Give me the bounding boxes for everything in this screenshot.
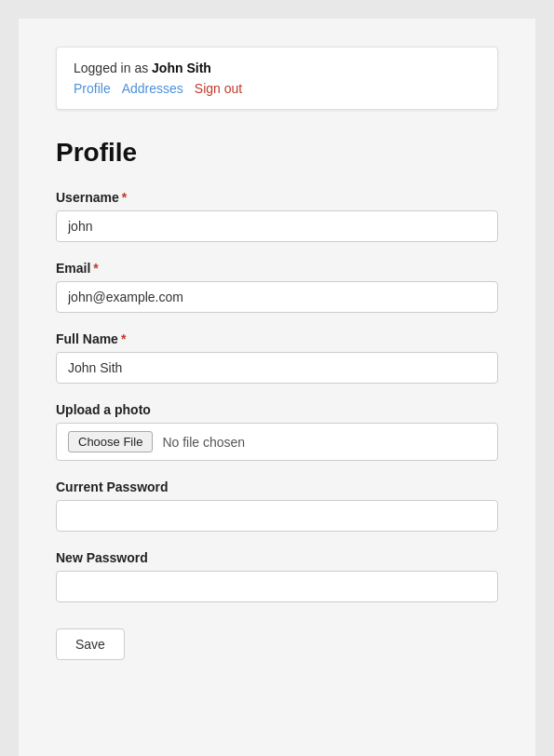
new-password-group: New Password [56, 550, 498, 602]
username-group: Username* [56, 190, 498, 242]
profile-form: Username* Email* Full Name* Upload a pho… [56, 190, 498, 660]
email-required: * [93, 261, 98, 276]
page-title: Profile [56, 138, 498, 168]
nav-link-addresses[interactable]: Addresses [122, 81, 183, 96]
logged-in-prefix: Logged in as [74, 61, 152, 75]
no-file-text: No file chosen [162, 435, 245, 450]
nav-link-signout[interactable]: Sign out [195, 81, 242, 96]
upload-group: Upload a photo Choose File No file chose… [56, 402, 498, 461]
save-button[interactable]: Save [56, 628, 125, 660]
page-container: Logged in as John Sith Profile Addresses… [19, 19, 535, 756]
choose-file-button[interactable]: Choose File [68, 431, 153, 452]
email-label: Email* [56, 261, 498, 276]
fullname-label: Full Name* [56, 331, 498, 346]
email-input[interactable] [56, 281, 498, 313]
username-input[interactable] [56, 210, 498, 242]
fullname-required: * [121, 331, 126, 346]
fullname-group: Full Name* [56, 331, 498, 384]
upload-label: Upload a photo [56, 402, 498, 417]
logged-in-text: Logged in as John Sith [74, 61, 480, 75]
username-label: Username* [56, 190, 498, 205]
new-password-label: New Password [56, 550, 498, 565]
fullname-input[interactable] [56, 352, 498, 384]
logged-in-username: John Sith [152, 61, 211, 75]
file-upload-container: Choose File No file chosen [56, 423, 498, 461]
current-password-label: Current Password [56, 479, 498, 494]
new-password-input[interactable] [56, 571, 498, 602]
current-password-input[interactable] [56, 500, 498, 532]
account-nav-card: Logged in as John Sith Profile Addresses… [56, 47, 498, 110]
email-group: Email* [56, 261, 498, 313]
username-required: * [122, 190, 127, 205]
nav-link-profile[interactable]: Profile [74, 81, 111, 96]
nav-links: Profile Addresses Sign out [74, 81, 480, 96]
current-password-group: Current Password [56, 479, 498, 532]
